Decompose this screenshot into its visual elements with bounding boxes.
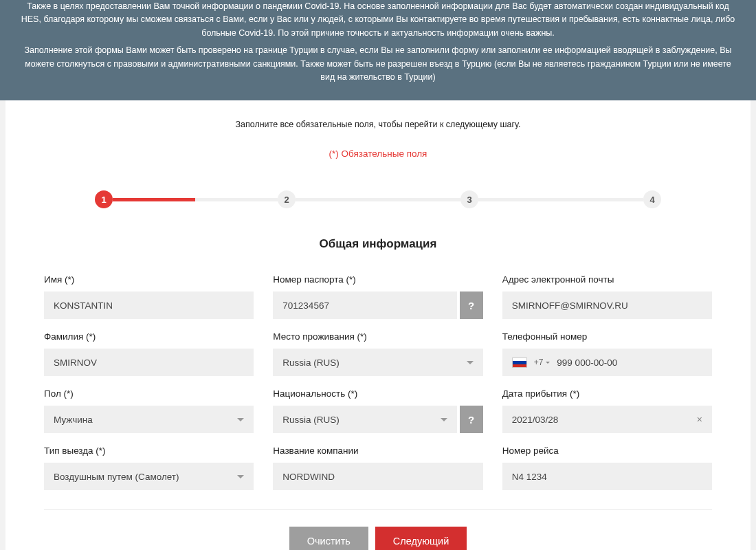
info-banner: Также в целях предоставлении Вам точной … bbox=[0, 0, 756, 100]
phone-label: Телефонный номер bbox=[502, 331, 712, 342]
clear-button[interactable]: Очистить bbox=[289, 527, 368, 550]
passport-label: Номер паспорта (*) bbox=[273, 274, 482, 285]
form-grid: Имя (*) Номер паспорта (*) ? Адрес элект… bbox=[5, 251, 751, 490]
phone-group: Телефонный номер +7 bbox=[502, 331, 712, 376]
residence-label: Место проживания (*) bbox=[273, 331, 482, 342]
name-label: Имя (*) bbox=[44, 274, 254, 285]
phone-input-wrap: +7 bbox=[502, 349, 712, 376]
nationality-select[interactable]: Russia (RUS) bbox=[273, 406, 456, 433]
passport-help-icon[interactable]: ? bbox=[460, 292, 483, 319]
exit-type-group: Тип выезда (*) Воздушным путем (Самолет) bbox=[44, 446, 254, 490]
passport-input[interactable] bbox=[273, 292, 456, 319]
surname-input[interactable] bbox=[44, 349, 254, 376]
residence-select[interactable]: Russia (RUS) bbox=[273, 349, 482, 376]
email-input[interactable] bbox=[502, 292, 712, 319]
email-group: Адрес электронной почты bbox=[502, 274, 712, 319]
nationality-group: Национальность (*) Russia (RUS) ? bbox=[273, 388, 482, 433]
sex-select[interactable]: Мужчина bbox=[44, 406, 254, 433]
nationality-label: Национальность (*) bbox=[273, 388, 482, 399]
required-fields-note: (*) Обязательные поля bbox=[5, 148, 751, 159]
flight-label: Номер рейса bbox=[502, 446, 712, 456]
flight-group: Номер рейса bbox=[502, 446, 712, 490]
arrival-date-input[interactable]: 2021/03/28 × bbox=[502, 406, 712, 433]
surname-group: Фамилия (*) bbox=[44, 331, 254, 376]
russia-flag-icon bbox=[512, 358, 527, 368]
button-row: Очистить Следующий bbox=[5, 510, 751, 550]
company-input[interactable] bbox=[273, 463, 482, 490]
sex-label: Пол (*) bbox=[44, 388, 254, 399]
phone-country-code[interactable]: +7 bbox=[534, 358, 551, 367]
exit-type-select[interactable]: Воздушным путем (Самолет) bbox=[44, 463, 254, 490]
step-2[interactable]: 2 bbox=[278, 190, 296, 208]
chevron-down-icon bbox=[237, 418, 244, 421]
step-connector bbox=[296, 198, 460, 201]
arrival-value: 2021/03/28 bbox=[512, 415, 559, 425]
section-title: Общая информация bbox=[5, 237, 751, 251]
exit-type-value: Воздушным путем (Самолет) bbox=[54, 472, 179, 482]
chevron-down-icon bbox=[441, 418, 447, 421]
nationality-help-icon[interactable]: ? bbox=[460, 406, 483, 433]
step-3[interactable]: 3 bbox=[460, 190, 478, 208]
company-group: Название компании bbox=[273, 446, 482, 490]
banner-paragraph-2: Заполнение этой формы Вами может быть пр… bbox=[21, 44, 735, 84]
chevron-down-icon bbox=[546, 362, 550, 364]
progress-stepper: 1 2 3 4 bbox=[95, 190, 661, 208]
flight-input[interactable] bbox=[502, 463, 712, 490]
name-input[interactable] bbox=[44, 292, 254, 319]
residence-value: Russia (RUS) bbox=[282, 358, 340, 368]
residence-group: Место проживания (*) Russia (RUS) bbox=[273, 331, 482, 376]
step-connector bbox=[478, 198, 643, 201]
banner-paragraph-1: Также в целях предоставлении Вам точной … bbox=[21, 0, 735, 40]
nationality-value: Russia (RUS) bbox=[282, 415, 340, 425]
email-label: Адрес электронной почты bbox=[502, 274, 712, 285]
clear-date-icon[interactable]: × bbox=[697, 414, 702, 425]
phone-number-input[interactable] bbox=[557, 358, 702, 368]
name-group: Имя (*) bbox=[44, 274, 254, 319]
company-label: Название компании bbox=[273, 446, 482, 456]
instruction-text: Заполните все обязательные поля, чтобы п… bbox=[5, 100, 751, 129]
sex-value: Мужчина bbox=[54, 415, 93, 425]
sex-group: Пол (*) Мужчина bbox=[44, 388, 254, 433]
step-connector bbox=[113, 198, 278, 201]
arrival-group: Дата прибытия (*) 2021/03/28 × bbox=[502, 388, 712, 433]
step-1[interactable]: 1 bbox=[95, 190, 113, 208]
form-card: Заполните все обязательные поля, чтобы п… bbox=[5, 100, 751, 550]
passport-group: Номер паспорта (*) ? bbox=[273, 274, 482, 319]
surname-label: Фамилия (*) bbox=[44, 331, 254, 342]
next-button[interactable]: Следующий bbox=[375, 527, 467, 550]
exit-type-label: Тип выезда (*) bbox=[44, 446, 254, 456]
step-4[interactable]: 4 bbox=[643, 190, 661, 208]
chevron-down-icon bbox=[467, 361, 474, 364]
chevron-down-icon bbox=[237, 475, 244, 478]
arrival-label: Дата прибытия (*) bbox=[502, 388, 712, 399]
